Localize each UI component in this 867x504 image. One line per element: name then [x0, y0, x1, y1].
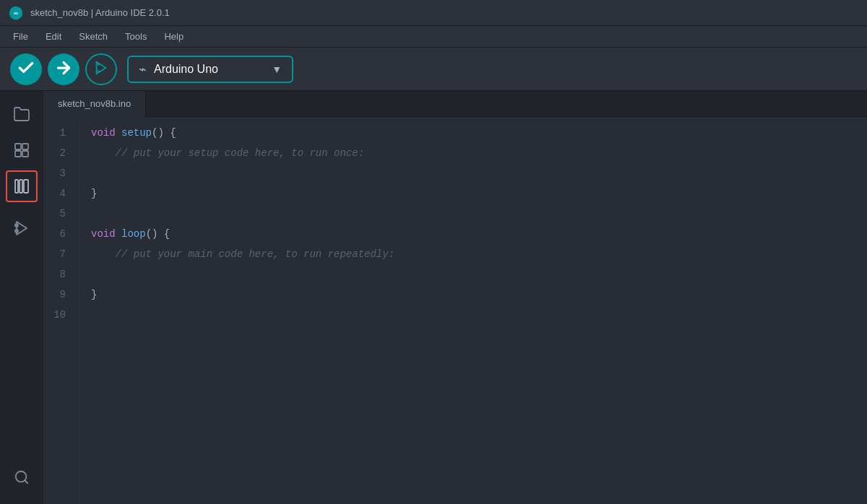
line-num-4: 4	[43, 183, 72, 204]
menubar: File Edit Sketch Tools Help	[0, 26, 867, 48]
titlebar: ∞ sketch_nov8b | Arduino IDE 2.0.1	[0, 0, 867, 26]
sidebar-item-search[interactable]	[6, 465, 38, 497]
code-line-4: }	[91, 183, 867, 204]
menu-sketch[interactable]: Sketch	[72, 28, 115, 45]
svg-point-4	[98, 64, 100, 66]
sidebar	[0, 91, 43, 504]
svg-rect-6	[15, 144, 21, 149]
line-num-7: 7	[43, 244, 72, 264]
line-num-9: 9	[43, 284, 72, 305]
svg-rect-11	[20, 180, 22, 193]
app-logo: ∞	[9, 6, 23, 20]
line-num-2: 2	[43, 143, 72, 163]
editor-tab[interactable]: sketch_nov8b.ino	[43, 91, 146, 117]
code-line-3	[91, 163, 867, 183]
code-line-1: void setup () {	[91, 123, 867, 143]
comment-setup: // put your setup code here, to run once…	[116, 143, 364, 163]
upload-button[interactable]	[48, 53, 79, 85]
menu-help[interactable]: Help	[157, 28, 191, 45]
svg-rect-8	[15, 151, 21, 157]
sidebar-item-files[interactable]	[6, 98, 38, 130]
svg-rect-10	[15, 180, 18, 193]
editor-area: sketch_nov8b.ino 1 2 3 4 5 6 7 8 9 10 vo…	[43, 91, 867, 504]
code-line-9: }	[91, 284, 867, 305]
code-editor[interactable]: 1 2 3 4 5 6 7 8 9 10 void setup () {	[43, 117, 867, 504]
svg-point-5	[98, 70, 100, 72]
svg-rect-12	[24, 180, 28, 193]
code-content[interactable]: void setup () { // put your setup code h…	[79, 117, 867, 504]
line-numbers: 1 2 3 4 5 6 7 8 9 10	[43, 117, 79, 504]
keyword-void-2: void	[91, 224, 116, 244]
line-num-10: 10	[43, 305, 72, 325]
code-line-5	[91, 204, 867, 224]
toolbar: ⌁ Arduino Uno ▼	[0, 48, 867, 91]
line-num-6: 6	[43, 224, 72, 244]
svg-line-17	[25, 480, 27, 483]
line-num-5: 5	[43, 204, 72, 224]
function-loop: loop	[121, 224, 146, 244]
code-line-10	[91, 305, 867, 325]
board-name: Arduino Uno	[154, 63, 264, 76]
main-layout: sketch_nov8b.ino 1 2 3 4 5 6 7 8 9 10 vo…	[0, 91, 867, 504]
usb-icon: ⌁	[139, 61, 147, 77]
menu-tools[interactable]: Tools	[118, 28, 154, 45]
sidebar-item-library-manager[interactable]	[6, 170, 38, 202]
comment-loop: // put your main code here, to run repea…	[116, 244, 394, 264]
menu-file[interactable]: File	[6, 28, 35, 45]
arrow-right-icon	[54, 58, 73, 79]
debugger-button[interactable]	[85, 53, 117, 85]
line-num-1: 1	[43, 123, 72, 143]
chevron-down-icon: ▼	[272, 64, 282, 75]
titlebar-title: sketch_nov8b | Arduino IDE 2.0.1	[30, 7, 170, 18]
menu-edit[interactable]: Edit	[38, 28, 69, 45]
tab-bar: sketch_nov8b.ino	[43, 91, 867, 117]
sidebar-item-sketches[interactable]	[6, 134, 38, 166]
line-num-8: 8	[43, 264, 72, 284]
verify-button[interactable]	[10, 53, 42, 85]
debug-icon	[93, 60, 109, 78]
code-line-7: // put your main code here, to run repea…	[91, 244, 867, 264]
code-line-6: void loop () {	[91, 224, 867, 244]
code-line-8	[91, 264, 867, 284]
check-icon	[17, 58, 35, 79]
svg-marker-3	[97, 62, 106, 74]
sidebar-item-board-manager[interactable]	[6, 212, 38, 244]
tab-label: sketch_nov8b.ino	[58, 98, 131, 109]
svg-rect-7	[22, 144, 28, 149]
svg-text:∞: ∞	[14, 9, 18, 17]
function-setup: setup	[121, 123, 152, 143]
svg-marker-13	[17, 222, 27, 235]
svg-rect-9	[22, 151, 28, 157]
keyword-void-1: void	[91, 123, 116, 143]
board-selector[interactable]: ⌁ Arduino Uno ▼	[127, 56, 293, 83]
code-line-2: // put your setup code here, to run once…	[91, 143, 867, 163]
line-num-3: 3	[43, 163, 72, 183]
